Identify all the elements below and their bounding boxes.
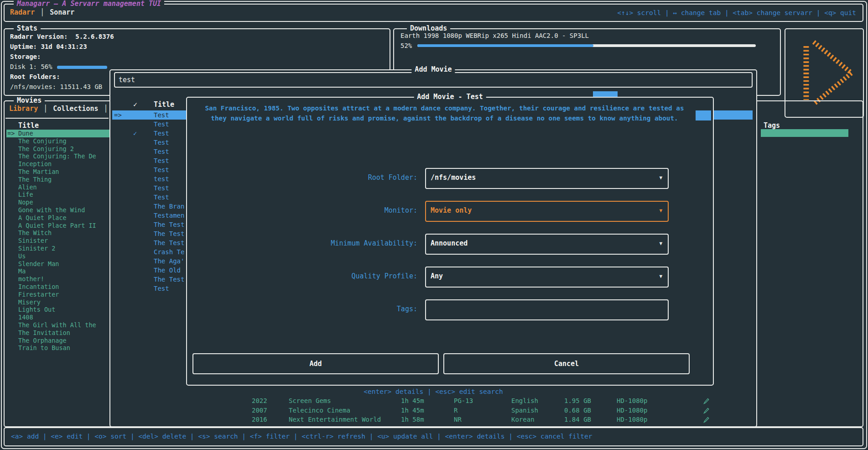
form-field-value: /nfs/movies — [431, 173, 476, 182]
cell-year: 2022 — [252, 396, 267, 406]
result-title: The Test — [154, 229, 184, 238]
movie-list-item[interactable]: Sinister — [6, 237, 110, 245]
cell-language: English — [511, 396, 538, 406]
movie-list-item[interactable]: Misery — [6, 298, 110, 306]
tab-radarr[interactable]: Radarr — [10, 8, 35, 16]
monitor-select[interactable]: Movie only▼ — [425, 201, 669, 222]
movie-list-item[interactable]: Life — [6, 191, 110, 199]
result-title: Test — [154, 193, 169, 202]
movie-title: Firestarter — [18, 291, 59, 298]
movie-title: Inception — [18, 160, 52, 167]
cell-language: Korean — [511, 415, 535, 424]
column-header-tags: Tags — [764, 121, 780, 130]
movie-list-item[interactable]: Alien — [6, 183, 110, 191]
movie-title: The Witch — [18, 229, 52, 236]
cell-studio: Next Entertainment World — [289, 415, 381, 424]
movie-list-item[interactable]: Lights Out — [6, 306, 110, 314]
cell-rating: NR — [454, 415, 462, 424]
movie-title: The Invitation — [18, 329, 70, 336]
storage-label: Storage: — [10, 52, 114, 62]
movie-list-item[interactable]: Inception — [6, 160, 110, 168]
form-field-value: Announced — [431, 239, 468, 247]
table-row[interactable]: 2016Next Entertainment World1h 58mNRKore… — [110, 415, 756, 424]
movie-list-item[interactable]: Us — [6, 252, 110, 260]
result-title: The Aga' — [154, 256, 184, 266]
movie-list-item[interactable]: Firestarter — [6, 291, 110, 298]
dropdown-arrow-icon: ▼ — [659, 241, 662, 246]
movie-list-item[interactable]: =>Dune — [6, 130, 110, 137]
tags-select[interactable] — [425, 299, 669, 320]
cell-rating: R — [454, 406, 457, 415]
movie-list-item[interactable]: 1408 — [6, 314, 110, 321]
movie-list-item[interactable]: Slender Man — [6, 260, 110, 268]
movie-title: Lights Out — [18, 306, 55, 313]
movie-list-item[interactable]: The Witch — [6, 229, 110, 237]
movie-title: The Conjuring 2 — [18, 145, 74, 152]
result-title: Test — [154, 110, 169, 120]
movie-title: Incantation — [18, 283, 59, 290]
monitored-check-icon: ✓ — [133, 100, 137, 109]
keybar-panel: <a> add | <e> edit | <o> sort | <del> de… — [4, 427, 863, 446]
edit-pencil-icon[interactable] — [703, 416, 709, 426]
add-button[interactable]: Add — [192, 353, 439, 374]
form-row: Quality Profile:Any▼ — [187, 267, 713, 288]
cell-rating: PG-13 — [454, 396, 473, 406]
form-row: Monitor:Movie only▼ — [187, 201, 713, 222]
table-row[interactable]: 2007Telecinco Cinema1h 45mRSpanish0.68 G… — [110, 406, 756, 415]
movie-description: San Francisco, 1985. Two opposites attra… — [197, 103, 692, 123]
tab-library[interactable]: Library — [9, 105, 38, 113]
uptime: Uptime: 31d 04:31:23 — [10, 42, 114, 52]
movie-list-item[interactable]: The Martian — [6, 168, 110, 176]
minimum-availability-select[interactable]: Announced▼ — [425, 234, 669, 255]
dropdown-arrow-icon: ▼ — [659, 208, 662, 214]
cell-quality: HD-1080p — [617, 415, 647, 424]
movie-title: Train to Busan — [18, 344, 70, 351]
movie-list-item[interactable]: Sinister 2 — [6, 245, 110, 252]
popup-keybinds-help: <enter> details | <esc> edit search — [110, 388, 756, 395]
movie-title: The Thing — [18, 176, 52, 183]
movie-list-item[interactable]: The Conjuring: The De — [6, 152, 110, 160]
result-title: Test — [154, 284, 169, 293]
movie-title: Sinister — [18, 237, 48, 244]
table-row[interactable]: 2022Screen Gems1h 45mPG-13English1.95 GB… — [110, 396, 756, 406]
result-title: The Old — [154, 266, 181, 275]
movie-list-item[interactable]: Incantation — [6, 283, 110, 291]
result-title: test — [154, 174, 169, 183]
download-progress-fill — [417, 44, 593, 47]
movie-list-item[interactable]: The Orphanage — [6, 337, 110, 345]
movie-search-input[interactable]: test — [114, 72, 753, 88]
header-panel: Managarr – A Servarr management TUI Rada… — [4, 4, 863, 22]
movie-list-item[interactable]: The Thing — [6, 176, 110, 183]
tab-divider: │ — [43, 105, 47, 113]
result-title: The Test — [154, 238, 184, 247]
library-keybinds-help: <a> add | <e> edit | <o> sort | <del> de… — [11, 433, 593, 440]
root-folder-value: /nfs/movies: 11511.43 GB — [10, 82, 114, 92]
movie-list-item[interactable]: Gone with the Wind — [6, 206, 110, 214]
tab-sonarr[interactable]: Sonarr — [50, 8, 74, 16]
movie-list-item[interactable]: mother! — [6, 275, 110, 283]
cancel-button[interactable]: Cancel — [443, 353, 690, 374]
result-title: Crash Te — [154, 247, 184, 256]
movie-list-item[interactable]: The Girl with All the — [6, 321, 110, 329]
movie-list-item[interactable]: The Conjuring — [6, 137, 110, 145]
tab-collections[interactable]: Collections — [53, 105, 98, 113]
cell-runtime: 1h 58m — [401, 415, 424, 424]
movie-title: The Conjuring: The De — [18, 152, 96, 160]
download-progress-track — [417, 44, 756, 47]
movie-list-item[interactable]: Nope — [6, 199, 110, 206]
movie-list-item[interactable]: Train to Busan — [6, 344, 110, 352]
movie-list-item[interactable]: A Quiet Place — [6, 214, 110, 222]
movie-list-item[interactable]: The Invitation — [6, 329, 110, 337]
description-scrollbar[interactable] — [696, 110, 711, 120]
quality-profile-select[interactable]: Any▼ — [425, 267, 669, 288]
movies-tabs: Library │ Collections │ — [9, 105, 114, 113]
download-item-name: Earth 1998 1080p WEBRip x265 Hindi AAC2.… — [400, 32, 589, 39]
cell-size: 1.95 GB — [564, 396, 591, 406]
movie-title: A Quiet Place — [18, 214, 67, 221]
movie-list-item[interactable]: The Conjuring 2 — [6, 145, 110, 153]
movie-list-item[interactable]: A Quiet Place Part II — [6, 222, 110, 230]
root-folder-select[interactable]: /nfs/movies▼ — [425, 168, 669, 189]
movie-list-item[interactable]: Ma — [6, 267, 110, 275]
radarr-version: Radarr Version: 5.2.6.8376 — [10, 31, 114, 42]
cell-language: Spanish — [511, 406, 538, 415]
